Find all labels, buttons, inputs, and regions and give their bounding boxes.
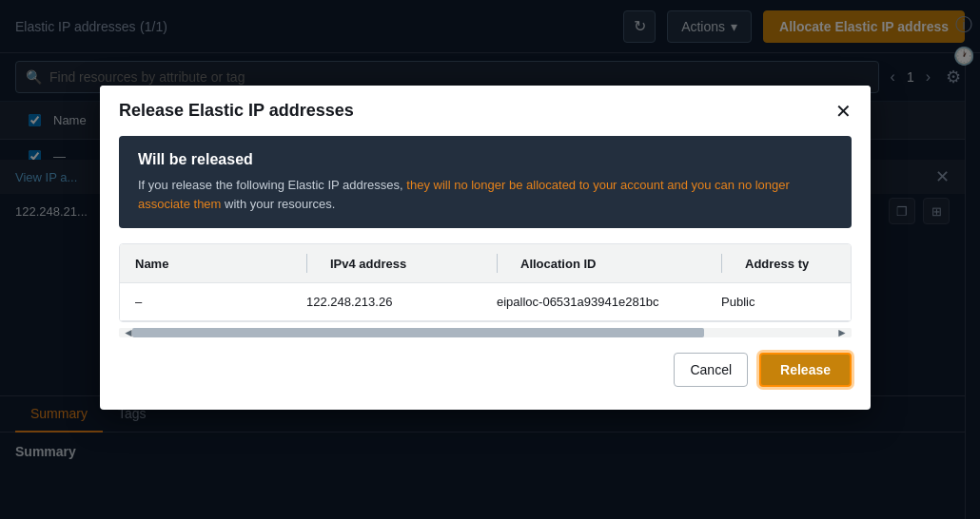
th-allocation-id: Allocation ID [497,244,721,282]
scroll-right-icon: ► [836,328,848,337]
release-label: Release [780,362,831,377]
td-allocation-id: eipalloc-06531a93941e281bc [497,283,721,320]
modal-table-row: – 122.248.213.26 eipalloc-06531a93941e28… [120,283,851,321]
cancel-button[interactable]: Cancel [674,353,748,387]
cancel-label: Cancel [690,362,732,377]
scroll-right-button[interactable]: ► [833,328,852,337]
modal-table: Name IPv4 address Allocation ID Address … [119,243,852,322]
release-button[interactable]: Release [759,353,852,387]
td-ipv4: 122.248.213.26 [306,283,497,320]
modal-table-header: Name IPv4 address Allocation ID Address … [120,244,851,283]
modal-title: Release Elastic IP addresses [119,101,354,121]
td-name: – [135,283,306,320]
td-address-type: Public [721,283,835,320]
release-info-title: Will be released [138,151,833,168]
modal-close-icon: ✕ [835,101,852,122]
modal-header: Release Elastic IP addresses ✕ [100,86,871,136]
th-ipv4: IPv4 address [306,244,497,282]
modal-scrollbar[interactable]: ◄ ► [119,328,852,337]
modal-close-button[interactable]: ✕ [835,102,852,121]
modal-footer: Cancel Release [100,337,871,391]
release-modal: Release Elastic IP addresses ✕ Will be r… [100,86,871,410]
info-text-after: with your resources. [221,197,335,211]
scroll-left-icon: ◄ [123,328,134,337]
scroll-left-button[interactable]: ◄ [119,328,138,337]
release-info-text: If you release the following Elastic IP … [138,176,833,213]
th-name: Name [135,244,306,282]
release-info-box: Will be released If you release the foll… [119,136,852,228]
scrollbar-thumb [132,328,704,337]
info-text-before: If you release the following Elastic IP … [138,178,406,192]
modal-body: Will be released If you release the foll… [100,136,871,410]
th-address-type: Address ty [721,244,835,282]
